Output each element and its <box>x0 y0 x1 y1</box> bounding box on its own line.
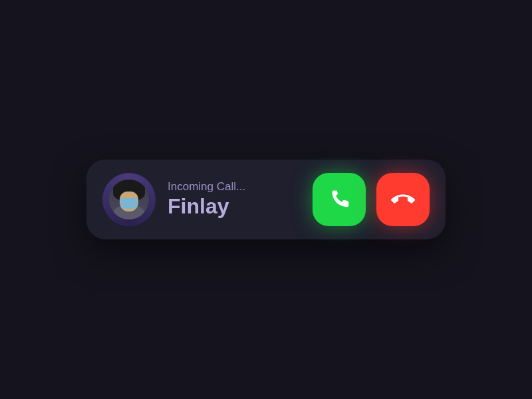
decline-call-button[interactable] <box>376 173 430 226</box>
call-actions <box>313 173 430 226</box>
phone-hangup-icon <box>391 188 415 211</box>
call-info: Incoming Call... Finlay <box>168 180 301 218</box>
call-status-label: Incoming Call... <box>168 180 301 194</box>
incoming-call-card: Incoming Call... Finlay <box>86 160 446 239</box>
caller-avatar <box>102 173 156 226</box>
phone-icon <box>327 188 351 211</box>
caller-name: Finlay <box>168 195 301 218</box>
accept-call-button[interactable] <box>313 173 366 226</box>
